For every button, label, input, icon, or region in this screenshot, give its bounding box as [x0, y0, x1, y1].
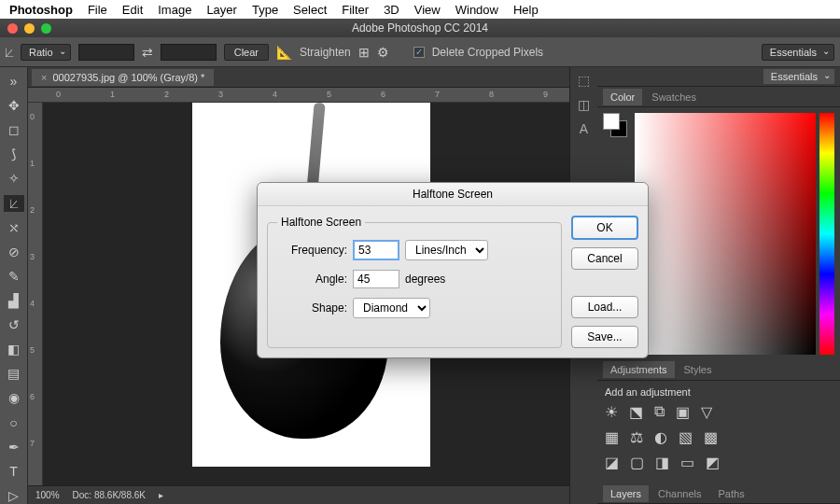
posterize-adj-icon[interactable]: ▢ [630, 454, 644, 471]
save-button[interactable]: Save... [571, 326, 638, 348]
histogram-panel-icon[interactable]: ⬚ [578, 73, 590, 88]
workspace-select[interactable]: Essentials [762, 44, 834, 61]
invert-adj-icon[interactable]: ◪ [605, 454, 619, 471]
color-picker-field[interactable] [635, 113, 816, 356]
angle-input[interactable] [353, 270, 399, 288]
menu-image[interactable]: Image [158, 3, 191, 17]
clone-stamp-tool[interactable]: ▟ [4, 292, 24, 309]
crop-tool[interactable]: ⟀ [4, 195, 24, 212]
ruler-tick: 3 [218, 90, 223, 99]
tab-paths[interactable]: Paths [711, 485, 752, 502]
gradient-map-adj-icon[interactable]: ▭ [680, 454, 694, 471]
magic-wand-tool[interactable]: ✧ [4, 170, 24, 187]
collapse-tools-icon[interactable]: » [4, 73, 24, 90]
status-arrow-icon[interactable]: ▸ [159, 490, 163, 500]
menu-filter[interactable]: Filter [342, 3, 369, 17]
lasso-tool[interactable]: ⟆ [4, 146, 24, 162]
document-tab[interactable]: ×00027935.jpg @ 100% (Gray/8) * [32, 69, 214, 86]
straighten-icon[interactable]: 📐 [276, 45, 292, 60]
foreground-background-swatches[interactable] [603, 113, 627, 137]
tab-styles[interactable]: Styles [677, 361, 720, 378]
close-window-button[interactable] [7, 23, 18, 34]
zoom-window-button[interactable] [41, 23, 51, 34]
menu-select[interactable]: Select [293, 3, 327, 17]
minimize-window-button[interactable] [24, 23, 35, 34]
menu-type[interactable]: Type [252, 3, 278, 17]
workspace-switcher[interactable]: Essentials [763, 69, 834, 84]
straighten-label[interactable]: Straighten [300, 46, 351, 59]
halftone-fieldset: Halftone Screen Frequency: Lines/Inch An… [267, 216, 562, 348]
cancel-button[interactable]: Cancel [571, 247, 638, 270]
dialog-title: Halftone Screen [258, 183, 648, 206]
navigator-panel-icon[interactable]: ◫ [578, 97, 590, 112]
tab-layers[interactable]: Layers [603, 485, 649, 502]
doc-size[interactable]: Doc: 88.6K/88.6K [73, 490, 146, 500]
crop-tool-icon[interactable]: ⟀ [6, 45, 13, 60]
gradient-tool[interactable]: ▤ [4, 365, 24, 382]
path-select-tool[interactable]: ▷ [4, 487, 24, 504]
shape-select[interactable]: Diamond [353, 298, 430, 318]
brush-tool[interactable]: ✎ [4, 268, 24, 285]
grid-overlay-icon[interactable]: ⊞ [358, 45, 370, 60]
hue-slider[interactable] [819, 113, 834, 356]
photo-filter-adj-icon[interactable]: ▧ [679, 428, 693, 446]
menu-help[interactable]: Help [513, 3, 539, 17]
vertical-ruler[interactable]: 0 1 2 3 4 5 6 7 [28, 103, 43, 485]
halftone-screen-dialog: Halftone Screen Halftone Screen Frequenc… [257, 182, 649, 358]
frequency-label: Frequency: [277, 244, 347, 257]
blur-tool[interactable]: ◉ [4, 389, 24, 406]
tab-channels[interactable]: Channels [651, 485, 708, 502]
type-tool[interactable]: T [4, 463, 24, 480]
tab-adjustments[interactable]: Adjustments [603, 361, 675, 378]
move-tool[interactable]: ✥ [4, 97, 24, 114]
clear-button[interactable]: Clear [224, 44, 269, 61]
zoom-level[interactable]: 100% [35, 490, 60, 500]
vibrance-adj-icon[interactable]: ▽ [701, 403, 712, 421]
channel-mixer-adj-icon[interactable]: ▩ [704, 428, 718, 446]
history-brush-tool[interactable]: ↺ [4, 316, 24, 333]
tab-swatches[interactable]: Swatches [644, 89, 704, 105]
menu-layer[interactable]: Layer [206, 3, 237, 17]
menu-window[interactable]: Window [455, 3, 498, 17]
brightness-adj-icon[interactable]: ☀ [605, 403, 618, 421]
adjustments-panel-tabs: Adjustments Styles [597, 360, 840, 380]
marquee-tool[interactable]: ◻ [4, 121, 24, 138]
eyedropper-tool[interactable]: ⤯ [4, 219, 24, 236]
dodge-tool[interactable]: ○ [4, 414, 24, 431]
bw-adj-icon[interactable]: ◐ [654, 428, 667, 446]
threshold-adj-icon[interactable]: ◨ [655, 454, 669, 471]
delete-cropped-checkbox[interactable]: ✓ [413, 47, 425, 58]
curves-adj-icon[interactable]: ⧉ [654, 403, 665, 421]
ratio-select[interactable]: Ratio [21, 44, 71, 61]
ratio-height-field[interactable] [161, 44, 217, 61]
selective-color-adj-icon[interactable]: ◩ [706, 454, 720, 471]
close-tab-icon[interactable]: × [41, 72, 47, 83]
ok-button[interactable]: OK [571, 216, 638, 240]
horizontal-ruler[interactable]: 0 1 2 3 4 5 6 7 8 9 [28, 88, 569, 103]
menu-edit[interactable]: Edit [122, 3, 143, 17]
ruler-tick: 4 [30, 299, 35, 308]
balance-adj-icon[interactable]: ⚖ [630, 428, 643, 446]
pen-tool[interactable]: ✒ [4, 439, 24, 455]
healing-brush-tool[interactable]: ⊘ [4, 244, 24, 260]
exposure-adj-icon[interactable]: ▣ [676, 403, 690, 421]
menu-3d[interactable]: 3D [384, 3, 399, 17]
frequency-input[interactable] [353, 240, 399, 260]
ruler-tick: 5 [327, 90, 331, 99]
load-button[interactable]: Load... [571, 296, 638, 318]
tab-color[interactable]: Color [603, 89, 642, 105]
frequency-unit-select[interactable]: Lines/Inch [405, 240, 488, 260]
ruler-tick: 0 [30, 112, 35, 121]
character-panel-icon[interactable]: A [580, 121, 588, 136]
ratio-width-field[interactable] [78, 44, 134, 61]
menu-view[interactable]: View [414, 3, 441, 17]
ruler-tick: 1 [30, 159, 35, 168]
hue-adj-icon[interactable]: ▦ [605, 428, 619, 446]
menu-file[interactable]: File [88, 3, 107, 17]
ruler-tick: 6 [381, 90, 385, 99]
swap-dimensions-icon[interactable]: ⇄ [142, 45, 153, 60]
levels-adj-icon[interactable]: ⬔ [629, 403, 643, 421]
crop-options-icon[interactable]: ⚙ [377, 45, 389, 60]
eraser-tool[interactable]: ◧ [4, 341, 24, 357]
app-menu[interactable]: Photoshop [9, 3, 73, 17]
